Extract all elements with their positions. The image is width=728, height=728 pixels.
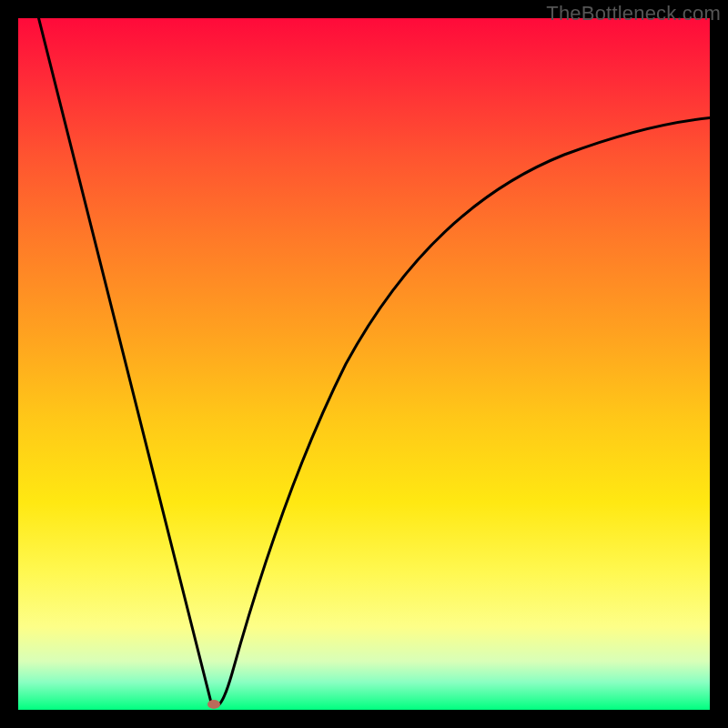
bottleneck-curve (18, 18, 710, 710)
minimum-marker (207, 700, 220, 709)
curve-path (36, 18, 710, 706)
watermark-text: TheBottleneck.com (546, 2, 721, 25)
chart-plot-area (18, 18, 710, 710)
